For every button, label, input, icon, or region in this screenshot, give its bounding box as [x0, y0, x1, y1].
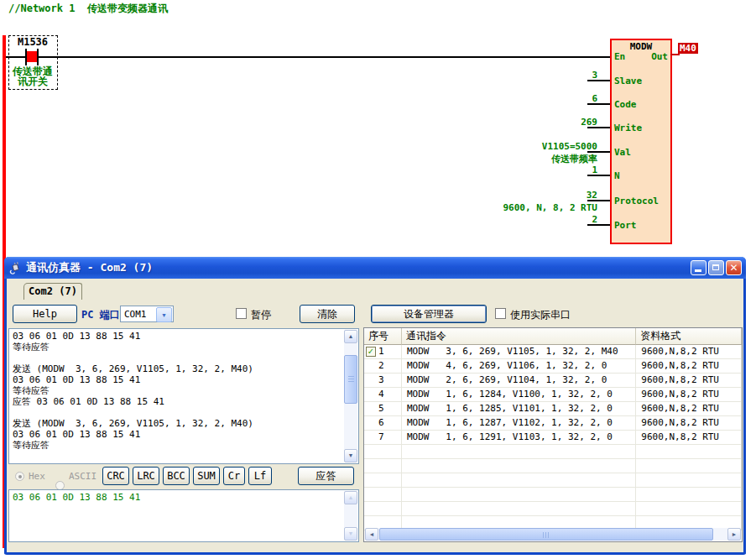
- cell-command: MODW 1, 6, 1284, V1100, 1, 32, 2, 0: [402, 388, 636, 402]
- hex-radio[interactable]: [15, 472, 24, 481]
- pin-value: 1: [453, 164, 597, 176]
- scroll-up-icon[interactable]: ▲: [344, 330, 357, 343]
- serial-plug-icon: [8, 261, 22, 274]
- contact-description: 传送带通讯开关: [9, 66, 56, 86]
- table-row[interactable]: [364, 473, 742, 488]
- table-row[interactable]: 6MODW 1, 6, 1287, V1102, 1, 32, 2, 09600…: [364, 416, 742, 431]
- table-row[interactable]: 5MODW 1, 6, 1285, V1101, 1, 32, 2, 09600…: [364, 402, 742, 416]
- block-pin-label: Val: [614, 147, 631, 158]
- cell-command: MODW 3, 6, 269, V1105, 1, 32, 2, M40: [402, 345, 636, 359]
- scroll-up-icon: ▲: [344, 491, 357, 504]
- cell-format: [636, 502, 742, 516]
- table-row[interactable]: 7MODW 1, 6, 1291, V1103, 1, 32, 2, 09600…: [364, 431, 742, 445]
- output-connector-line: [670, 54, 680, 55]
- close-button[interactable]: ✕: [726, 260, 742, 275]
- cell-command: MODW 4, 6, 269, V1106, 1, 32, 2, 0: [402, 359, 636, 374]
- output-operand-badge: M40: [678, 43, 698, 54]
- comm-log-text: 03 06 01 0D 13 88 15 41 等待应答 发送 (MODW 3,…: [13, 331, 253, 451]
- block-pin-label: Port: [614, 220, 637, 231]
- log-scrollbar[interactable]: ▲ ▼: [344, 330, 357, 462]
- cell-index: 3: [364, 374, 402, 388]
- pin-value-line: 1: [453, 164, 597, 176]
- command-table: 序号通讯指令资料格式 1✓MODW 3, 6, 269, V1105, 1, 3…: [363, 327, 743, 542]
- cell-index: [364, 473, 402, 488]
- answer-button[interactable]: 应答: [298, 467, 354, 485]
- pin-value-line: V1105=5000: [453, 140, 597, 153]
- table-scrollbar-thumb[interactable]: [379, 528, 713, 541]
- calc-button-crc[interactable]: CRC: [102, 467, 129, 485]
- table-row[interactable]: 3MODW 2, 6, 269, V1104, 1, 32, 2, 09600,…: [364, 374, 742, 388]
- clear-button[interactable]: 清除: [300, 305, 355, 323]
- answer-textarea[interactable]: 03 06 01 0D 13 88 15 41 ▲ ▼: [8, 489, 359, 542]
- table-row[interactable]: 2MODW 4, 6, 269, V1106, 1, 32, 2, 09600,…: [364, 359, 742, 374]
- comm-log-textarea[interactable]: 03 06 01 0D 13 88 15 41 等待应答 发送 (MODW 3,…: [8, 328, 359, 464]
- answer-scrollbar: ▲ ▼: [344, 491, 357, 541]
- cell-command: MODW 1, 6, 1291, V1103, 1, 32, 2, 0: [402, 431, 636, 445]
- block-pin-label: Protocol: [614, 196, 659, 206]
- table-row[interactable]: [364, 488, 742, 502]
- contact-description-line: 讯开关: [9, 76, 56, 86]
- cell-format: 9600,N,8,2 RTU: [636, 374, 742, 388]
- table-row[interactable]: 4MODW 1, 6, 1284, V1100, 1, 32, 2, 09600…: [364, 388, 742, 402]
- pin-value-line: 6: [453, 92, 597, 105]
- scroll-right-icon[interactable]: ►: [727, 528, 741, 541]
- pause-checkbox[interactable]: [236, 308, 247, 319]
- cell-index: 6: [364, 416, 402, 431]
- pin-value: 329600, N, 8, 2 RTU: [453, 189, 597, 214]
- calc-button-lf[interactable]: Lf: [248, 467, 272, 485]
- header-cell: 资料格式: [636, 328, 742, 345]
- table-row[interactable]: [364, 459, 742, 473]
- cell-index: 7: [364, 431, 402, 445]
- pin-value-line: 3: [453, 69, 597, 81]
- cell-index: 4: [364, 388, 402, 402]
- pin-value-line: 9600, N, 8, 2 RTU: [453, 201, 597, 214]
- cell-command: [402, 473, 636, 488]
- cell-format: 9600,N,8,2 RTU: [636, 402, 742, 416]
- use-real-port-checkbox[interactable]: [495, 308, 506, 319]
- pin-value-line: 269: [453, 116, 597, 128]
- rung-wire: [6, 56, 611, 58]
- pin-value-line: 2: [453, 213, 597, 226]
- block-pin-label: Slave: [614, 76, 642, 86]
- cell-command: [402, 502, 636, 516]
- cell-index: [364, 445, 402, 459]
- table-row[interactable]: 1✓MODW 3, 6, 269, V1105, 1, 32, 2, M4096…: [364, 345, 742, 359]
- cell-command: MODW 2, 6, 269, V1104, 1, 32, 2, 0: [402, 374, 636, 388]
- ascii-label: ASCII: [69, 471, 96, 482]
- checked-checkbox-icon[interactable]: ✓: [366, 347, 376, 357]
- cell-command: MODW 1, 6, 1285, V1101, 1, 32, 2, 0: [402, 402, 636, 416]
- answer-text: 03 06 01 0D 13 88 15 41: [13, 492, 140, 503]
- scroll-down-icon[interactable]: ▼: [344, 449, 357, 462]
- log-scrollbar-thumb[interactable]: [344, 355, 357, 404]
- contact-bar-right-icon: [37, 49, 39, 65]
- maximize-button[interactable]: [708, 260, 724, 275]
- table-h-scrollbar[interactable]: ◄ ►: [365, 528, 741, 541]
- help-button[interactable]: Help: [13, 305, 77, 323]
- dialog-titlebar[interactable]: 通讯仿真器 - Com2 (7) ✕: [4, 257, 746, 279]
- calc-button-lrc[interactable]: LRC: [133, 467, 159, 485]
- pin-value: 2: [453, 213, 597, 226]
- modw-instruction-block[interactable]: MODW En Out SlaveCodeWriteValNProtocolPo…: [610, 39, 672, 244]
- ladder-section: //Network 1 传送带变频器通讯 M1536 传送带通讯开关 MODW …: [0, 0, 756, 257]
- table-row[interactable]: [364, 445, 742, 459]
- header-cell: 序号: [364, 328, 402, 345]
- cell-command: [402, 445, 636, 459]
- pin-value: 269: [453, 116, 597, 128]
- pin-value: 3: [453, 69, 597, 81]
- device-manager-button[interactable]: 设备管理器: [371, 305, 487, 323]
- chevron-down-icon[interactable]: ▼: [156, 307, 172, 322]
- calc-button-bcc[interactable]: BCC: [163, 467, 190, 485]
- calc-button-cr[interactable]: Cr: [223, 467, 245, 485]
- cell-index: [364, 502, 402, 516]
- cell-format: 9600,N,8,2 RTU: [636, 345, 742, 359]
- calc-button-sum[interactable]: SUM: [193, 467, 220, 485]
- scroll-left-icon[interactable]: ◄: [365, 528, 378, 541]
- pin-value: V1105=5000传送带频率: [453, 140, 597, 165]
- minimize-button[interactable]: [691, 260, 706, 275]
- pc-port-label: PC 端口:: [81, 308, 126, 322]
- comm-simulator-window: 通讯仿真器 - Com2 (7) ✕ Com2 (7) Help PC 端口: …: [4, 257, 746, 555]
- com-port-select[interactable]: COM1 ▼: [120, 306, 174, 322]
- tab-com2[interactable]: Com2 (7): [23, 283, 82, 300]
- table-row[interactable]: [364, 502, 742, 516]
- cell-command: [402, 459, 636, 473]
